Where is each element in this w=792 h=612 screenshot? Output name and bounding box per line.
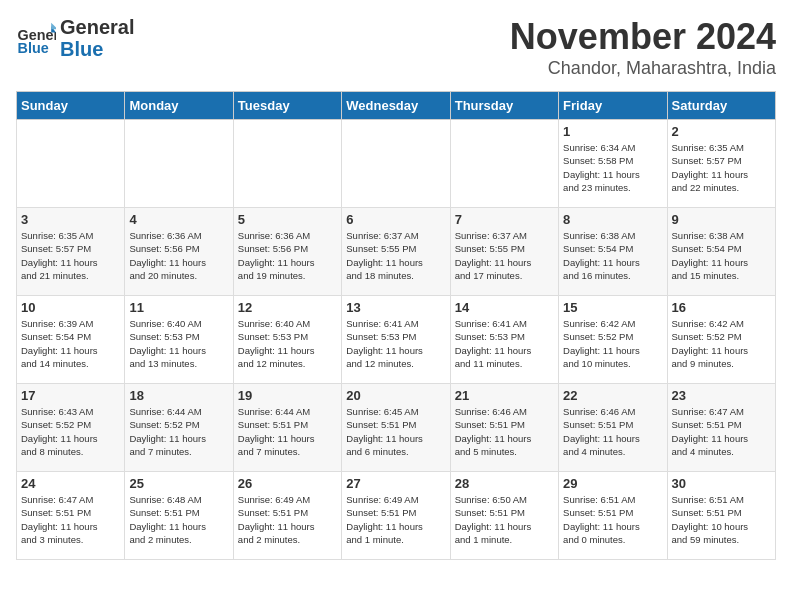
calendar: SundayMondayTuesdayWednesdayThursdayFrid…	[16, 91, 776, 560]
calendar-cell: 22Sunrise: 6:46 AM Sunset: 5:51 PM Dayli…	[559, 384, 667, 472]
day-info: Sunrise: 6:36 AM Sunset: 5:56 PM Dayligh…	[129, 229, 228, 282]
day-info: Sunrise: 6:38 AM Sunset: 5:54 PM Dayligh…	[563, 229, 662, 282]
day-number: 19	[238, 388, 337, 403]
day-info: Sunrise: 6:41 AM Sunset: 5:53 PM Dayligh…	[346, 317, 445, 370]
calendar-cell	[125, 120, 233, 208]
day-number: 27	[346, 476, 445, 491]
day-info: Sunrise: 6:44 AM Sunset: 5:51 PM Dayligh…	[238, 405, 337, 458]
day-number: 2	[672, 124, 771, 139]
day-info: Sunrise: 6:49 AM Sunset: 5:51 PM Dayligh…	[238, 493, 337, 546]
calendar-cell: 1Sunrise: 6:34 AM Sunset: 5:58 PM Daylig…	[559, 120, 667, 208]
calendar-cell: 26Sunrise: 6:49 AM Sunset: 5:51 PM Dayli…	[233, 472, 341, 560]
day-number: 21	[455, 388, 554, 403]
calendar-cell: 25Sunrise: 6:48 AM Sunset: 5:51 PM Dayli…	[125, 472, 233, 560]
calendar-cell: 27Sunrise: 6:49 AM Sunset: 5:51 PM Dayli…	[342, 472, 450, 560]
day-info: Sunrise: 6:35 AM Sunset: 5:57 PM Dayligh…	[21, 229, 120, 282]
day-info: Sunrise: 6:47 AM Sunset: 5:51 PM Dayligh…	[672, 405, 771, 458]
day-number: 8	[563, 212, 662, 227]
calendar-cell: 16Sunrise: 6:42 AM Sunset: 5:52 PM Dayli…	[667, 296, 775, 384]
calendar-cell: 6Sunrise: 6:37 AM Sunset: 5:55 PM Daylig…	[342, 208, 450, 296]
day-info: Sunrise: 6:46 AM Sunset: 5:51 PM Dayligh…	[563, 405, 662, 458]
day-info: Sunrise: 6:47 AM Sunset: 5:51 PM Dayligh…	[21, 493, 120, 546]
day-info: Sunrise: 6:51 AM Sunset: 5:51 PM Dayligh…	[563, 493, 662, 546]
day-number: 5	[238, 212, 337, 227]
calendar-cell: 2Sunrise: 6:35 AM Sunset: 5:57 PM Daylig…	[667, 120, 775, 208]
logo-general: General	[60, 16, 134, 38]
logo: General Blue General Blue	[16, 16, 134, 60]
col-header-friday: Friday	[559, 92, 667, 120]
calendar-cell: 17Sunrise: 6:43 AM Sunset: 5:52 PM Dayli…	[17, 384, 125, 472]
header: General Blue General Blue November 2024 …	[16, 16, 776, 79]
day-info: Sunrise: 6:50 AM Sunset: 5:51 PM Dayligh…	[455, 493, 554, 546]
logo-icon: General Blue	[16, 18, 56, 58]
day-info: Sunrise: 6:45 AM Sunset: 5:51 PM Dayligh…	[346, 405, 445, 458]
calendar-cell: 4Sunrise: 6:36 AM Sunset: 5:56 PM Daylig…	[125, 208, 233, 296]
day-number: 1	[563, 124, 662, 139]
day-info: Sunrise: 6:49 AM Sunset: 5:51 PM Dayligh…	[346, 493, 445, 546]
day-info: Sunrise: 6:40 AM Sunset: 5:53 PM Dayligh…	[129, 317, 228, 370]
day-number: 16	[672, 300, 771, 315]
calendar-cell: 19Sunrise: 6:44 AM Sunset: 5:51 PM Dayli…	[233, 384, 341, 472]
month-title: November 2024	[510, 16, 776, 58]
day-info: Sunrise: 6:40 AM Sunset: 5:53 PM Dayligh…	[238, 317, 337, 370]
col-header-tuesday: Tuesday	[233, 92, 341, 120]
calendar-cell	[233, 120, 341, 208]
day-number: 14	[455, 300, 554, 315]
col-header-saturday: Saturday	[667, 92, 775, 120]
logo-blue: Blue	[60, 38, 134, 60]
svg-text:Blue: Blue	[18, 40, 49, 56]
day-number: 18	[129, 388, 228, 403]
calendar-cell: 21Sunrise: 6:46 AM Sunset: 5:51 PM Dayli…	[450, 384, 558, 472]
day-info: Sunrise: 6:37 AM Sunset: 5:55 PM Dayligh…	[455, 229, 554, 282]
day-number: 11	[129, 300, 228, 315]
day-number: 22	[563, 388, 662, 403]
day-number: 7	[455, 212, 554, 227]
calendar-cell: 29Sunrise: 6:51 AM Sunset: 5:51 PM Dayli…	[559, 472, 667, 560]
calendar-cell: 13Sunrise: 6:41 AM Sunset: 5:53 PM Dayli…	[342, 296, 450, 384]
calendar-cell	[17, 120, 125, 208]
day-number: 30	[672, 476, 771, 491]
calendar-cell: 28Sunrise: 6:50 AM Sunset: 5:51 PM Dayli…	[450, 472, 558, 560]
day-number: 29	[563, 476, 662, 491]
day-info: Sunrise: 6:42 AM Sunset: 5:52 PM Dayligh…	[672, 317, 771, 370]
calendar-cell: 30Sunrise: 6:51 AM Sunset: 5:51 PM Dayli…	[667, 472, 775, 560]
col-header-sunday: Sunday	[17, 92, 125, 120]
day-number: 24	[21, 476, 120, 491]
calendar-cell: 18Sunrise: 6:44 AM Sunset: 5:52 PM Dayli…	[125, 384, 233, 472]
day-info: Sunrise: 6:37 AM Sunset: 5:55 PM Dayligh…	[346, 229, 445, 282]
col-header-monday: Monday	[125, 92, 233, 120]
calendar-cell: 11Sunrise: 6:40 AM Sunset: 5:53 PM Dayli…	[125, 296, 233, 384]
day-info: Sunrise: 6:46 AM Sunset: 5:51 PM Dayligh…	[455, 405, 554, 458]
day-info: Sunrise: 6:39 AM Sunset: 5:54 PM Dayligh…	[21, 317, 120, 370]
day-number: 3	[21, 212, 120, 227]
calendar-cell	[450, 120, 558, 208]
day-info: Sunrise: 6:36 AM Sunset: 5:56 PM Dayligh…	[238, 229, 337, 282]
day-info: Sunrise: 6:34 AM Sunset: 5:58 PM Dayligh…	[563, 141, 662, 194]
day-number: 26	[238, 476, 337, 491]
calendar-cell: 9Sunrise: 6:38 AM Sunset: 5:54 PM Daylig…	[667, 208, 775, 296]
calendar-cell: 24Sunrise: 6:47 AM Sunset: 5:51 PM Dayli…	[17, 472, 125, 560]
day-info: Sunrise: 6:51 AM Sunset: 5:51 PM Dayligh…	[672, 493, 771, 546]
day-number: 23	[672, 388, 771, 403]
calendar-cell: 15Sunrise: 6:42 AM Sunset: 5:52 PM Dayli…	[559, 296, 667, 384]
day-number: 9	[672, 212, 771, 227]
day-info: Sunrise: 6:35 AM Sunset: 5:57 PM Dayligh…	[672, 141, 771, 194]
location-title: Chandor, Maharashtra, India	[510, 58, 776, 79]
calendar-cell: 7Sunrise: 6:37 AM Sunset: 5:55 PM Daylig…	[450, 208, 558, 296]
day-number: 17	[21, 388, 120, 403]
calendar-cell: 12Sunrise: 6:40 AM Sunset: 5:53 PM Dayli…	[233, 296, 341, 384]
calendar-cell: 20Sunrise: 6:45 AM Sunset: 5:51 PM Dayli…	[342, 384, 450, 472]
day-number: 4	[129, 212, 228, 227]
day-number: 12	[238, 300, 337, 315]
day-info: Sunrise: 6:41 AM Sunset: 5:53 PM Dayligh…	[455, 317, 554, 370]
day-number: 13	[346, 300, 445, 315]
day-number: 10	[21, 300, 120, 315]
day-info: Sunrise: 6:42 AM Sunset: 5:52 PM Dayligh…	[563, 317, 662, 370]
col-header-wednesday: Wednesday	[342, 92, 450, 120]
calendar-cell: 3Sunrise: 6:35 AM Sunset: 5:57 PM Daylig…	[17, 208, 125, 296]
day-number: 15	[563, 300, 662, 315]
calendar-cell: 14Sunrise: 6:41 AM Sunset: 5:53 PM Dayli…	[450, 296, 558, 384]
calendar-cell: 8Sunrise: 6:38 AM Sunset: 5:54 PM Daylig…	[559, 208, 667, 296]
day-number: 28	[455, 476, 554, 491]
day-info: Sunrise: 6:38 AM Sunset: 5:54 PM Dayligh…	[672, 229, 771, 282]
